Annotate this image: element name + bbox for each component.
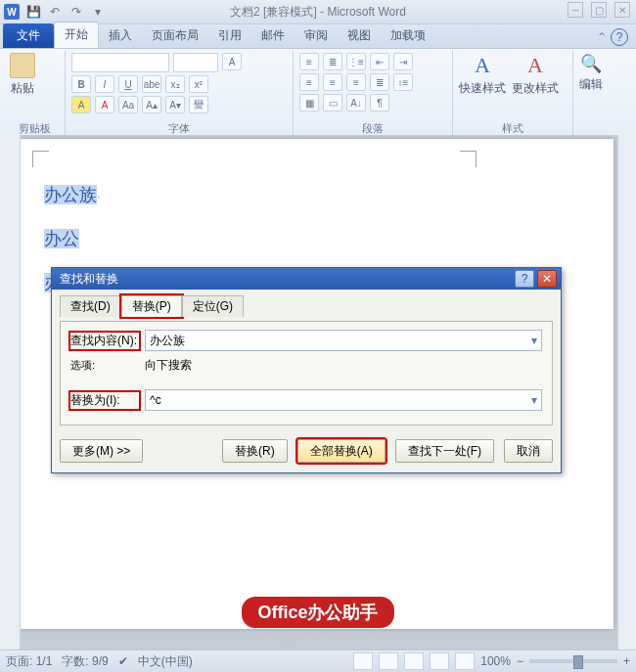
change-styles-icon: A [527,53,543,78]
change-styles-label: 更改样式 [512,80,559,97]
tab-insert[interactable]: 插入 [99,23,142,48]
find-input[interactable]: 办公族 ▾ [145,330,542,351]
show-marks-icon[interactable]: ¶ [370,94,389,112]
decrease-indent-icon[interactable]: ⇤ [370,53,389,70]
tab-layout[interactable]: 页面布局 [142,23,208,48]
numbering-icon[interactable]: ≣ [323,53,342,70]
status-words[interactable]: 字数: 9/9 [62,653,108,670]
italic-icon[interactable]: I [95,75,114,93]
close-button[interactable]: ✕ [614,2,630,18]
find-next-button[interactable]: 查找下一处(F) [395,439,494,463]
watermark-url: www.officezhushou.com [0,630,636,645]
shrink-font-icon[interactable]: A▾ [165,96,185,113]
font-color-icon[interactable]: A [95,96,114,113]
tab-view[interactable]: 视图 [338,23,381,48]
tab-replace[interactable]: 替换(P) [121,295,182,317]
underline-icon[interactable]: U [118,75,138,93]
editing-button[interactable]: 🔍 编辑 [579,53,603,93]
font-family-select[interactable] [71,53,169,72]
minimize-ribbon-icon[interactable]: ⌃ [597,30,607,44]
sort-icon[interactable]: A↓ [346,94,366,112]
paste-label: 粘贴 [11,80,34,97]
bullets-icon[interactable]: ≡ [299,53,319,70]
print-layout-view-icon[interactable] [353,652,373,670]
multilevel-icon[interactable]: ⋮≡ [346,53,366,70]
cancel-button[interactable]: 取消 [504,439,553,463]
phonetic-icon[interactable]: 變 [189,96,208,113]
tab-addins[interactable]: 加载项 [381,23,435,48]
help-icon[interactable]: ? [611,28,628,46]
restore-button[interactable]: ▢ [591,2,607,18]
options-label: 选项: [70,358,139,373]
watermark-badge: Office办公助手 [242,597,393,628]
undo-icon[interactable]: ↶ [47,4,63,20]
clear-format-icon[interactable]: A [222,53,242,70]
web-view-icon[interactable] [404,652,424,670]
char-border-icon[interactable]: Aa [118,96,138,113]
subscript-icon[interactable]: x₂ [165,75,185,93]
app-icon: W [4,4,20,20]
replace-button[interactable]: 替换(R) [222,439,288,463]
zoom-level[interactable]: 100% [480,654,511,668]
quick-styles-button[interactable]: A 快速样式 [459,53,506,97]
find-icon: 🔍 [580,53,602,74]
tab-review[interactable]: 审阅 [295,23,338,48]
draft-view-icon[interactable] [455,652,475,670]
margin-corner-icon [32,151,49,167]
highlight-icon[interactable]: A [71,96,91,113]
align-right-icon[interactable]: ≡ [346,73,366,91]
editing-label: 编辑 [579,76,603,93]
zoom-out-icon[interactable]: − [517,654,523,668]
margin-corner-icon [460,151,477,167]
replace-all-button[interactable]: 全部替换(A) [297,439,386,463]
redo-icon[interactable]: ↷ [68,4,84,20]
tab-find[interactable]: 查找(D) [60,295,121,317]
strike-icon[interactable]: abe [142,75,161,93]
justify-icon[interactable]: ≣ [370,73,389,91]
bold-icon[interactable]: B [71,75,91,93]
paste-icon [10,53,35,78]
file-tab[interactable]: 文件 [3,23,54,48]
borders-icon[interactable]: ▭ [323,94,342,112]
dialog-help-button[interactable]: ? [515,270,534,288]
change-styles-button[interactable]: A 更改样式 [512,53,559,97]
more-button[interactable]: 更多(M) >> [60,439,143,463]
align-center-icon[interactable]: ≡ [323,73,342,91]
tab-goto[interactable]: 定位(G) [182,295,244,317]
align-left-icon[interactable]: ≡ [299,73,319,91]
superscript-icon[interactable]: x² [189,75,208,93]
paste-button[interactable]: 粘贴 [10,53,35,97]
dialog-close-button[interactable]: ✕ [537,270,557,288]
tab-home[interactable]: 开始 [54,22,99,48]
dropdown-icon[interactable]: ▾ [531,393,537,407]
minimize-button[interactable]: ─ [568,2,583,18]
status-lang[interactable]: 中文(中国) [138,653,193,670]
watermark: Office办公助手 www.officezhushou.com [0,597,636,645]
zoom-in-icon[interactable]: + [623,654,630,668]
outline-view-icon[interactable] [430,652,449,670]
zoom-slider[interactable] [529,659,617,663]
replace-input[interactable]: ^c ▾ [145,389,542,411]
vertical-scrollbar[interactable] [617,135,636,672]
replace-label: 替换为(I): [70,392,139,409]
quick-styles-label: 快速样式 [459,80,506,97]
doc-text[interactable]: 办公 [44,229,79,248]
qat-customize-icon[interactable]: ▾ [90,4,106,20]
vertical-ruler [0,135,21,672]
tab-mailings[interactable]: 邮件 [251,23,295,48]
font-size-select[interactable] [173,53,218,72]
status-page[interactable]: 页面: 1/1 [6,653,52,670]
shading-icon[interactable]: ▦ [299,94,319,112]
increase-indent-icon[interactable]: ⇥ [393,53,413,70]
fullscreen-view-icon[interactable] [379,652,398,670]
grow-font-icon[interactable]: A▴ [142,96,161,113]
find-replace-dialog: 查找和替换 ? ✕ 查找(D) 替换(P) 定位(G) 查找内容(N): 办公族… [51,267,562,473]
quick-styles-icon: A [475,53,490,78]
save-icon[interactable]: 💾 [25,4,41,20]
dropdown-icon[interactable]: ▾ [531,334,537,347]
proofing-icon[interactable]: ✔ [118,654,128,668]
tab-references[interactable]: 引用 [208,23,251,48]
doc-text[interactable]: 办公族 [44,185,97,204]
dialog-title: 查找和替换 [60,271,118,288]
line-spacing-icon[interactable]: ↕≡ [393,73,413,91]
